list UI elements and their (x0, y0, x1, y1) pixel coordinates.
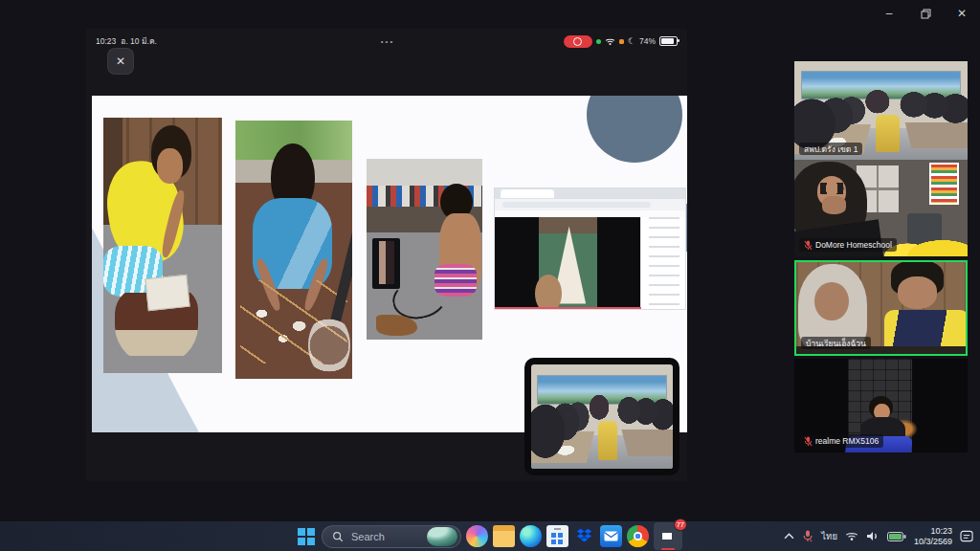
photo-browser-boat-post (494, 187, 686, 310)
participant-tile-family-active-speaker[interactable]: บ้านเรียนเอ็งฉ้วน (794, 260, 968, 356)
close-icon: ✕ (957, 7, 967, 20)
participant-tile-domore[interactable]: DoMore Homeschool (794, 160, 968, 256)
mail-icon[interactable] (600, 525, 622, 547)
start-button[interactable] (298, 528, 315, 545)
participant-name-badge: บ้านเรียนเอ็งฉ้วน (801, 337, 871, 349)
photo-kid-crafting-sticks (235, 121, 352, 379)
participant-tile-meeting-room[interactable]: สพป.ตรัง เขต 1 (794, 61, 968, 160)
restore-icon (921, 9, 931, 19)
hidden-icons-chevron[interactable] (784, 533, 794, 540)
windows-taskbar: 77 ไทย 10:23 10/3/2 (0, 521, 980, 551)
participant-name-badge: realme RMX5106 (799, 434, 883, 448)
microsoft-store-icon[interactable] (546, 525, 568, 547)
active-app-indicator (661, 548, 675, 551)
chrome-icon[interactable] (627, 525, 649, 547)
zoom-app-icon[interactable]: 77 (654, 522, 682, 550)
restore-button[interactable] (915, 4, 936, 23)
more-dots: ••• (96, 37, 679, 46)
pip-meeting-room-video (531, 364, 673, 469)
participant-name: realme RMX5106 (815, 436, 879, 446)
muted-mic-icon (804, 436, 813, 447)
tray-date: 10/3/2569 (914, 537, 952, 547)
muted-mic-icon (804, 240, 813, 251)
share-close-button[interactable]: ✕ (107, 48, 134, 75)
participant-name-badge: สพป.ตรัง เขต 1 (799, 143, 862, 155)
battery-icon (659, 36, 678, 46)
battery-charging-icon[interactable] (887, 532, 906, 541)
participant-name: DoMore Homeschool (815, 240, 892, 250)
photo-kid-with-tablet (367, 159, 482, 340)
participant-name: บ้านเรียนเอ็งฉ้วน (806, 339, 866, 348)
participant-tile-realme[interactable]: realme RMX5106 (794, 359, 968, 452)
zoom-notification-badge: 77 (674, 518, 687, 531)
participant-name-badge: DoMore Homeschool (799, 238, 897, 252)
slide-decor-circle (587, 96, 682, 163)
window-controls: – ✕ (879, 4, 972, 23)
participant-name: สพป.ตรัง เขต 1 (804, 144, 858, 154)
copilot-icon[interactable] (466, 525, 488, 547)
close-button[interactable]: ✕ (951, 4, 972, 23)
language-indicator[interactable]: ไทย (821, 529, 837, 543)
search-input[interactable] (349, 530, 421, 543)
notification-center-icon[interactable] (960, 530, 974, 542)
minimize-button[interactable]: – (879, 4, 900, 23)
edge-browser-icon[interactable] (520, 525, 542, 547)
mic-in-use-icon[interactable] (802, 530, 813, 542)
dropbox-icon[interactable] (573, 525, 595, 547)
search-icon (332, 531, 344, 542)
phone-status-bar: 10:23 อ. 10 มี.ค. ••• ☾ 74% (96, 34, 679, 48)
search-daily-image[interactable] (427, 527, 457, 546)
screen: { "window_controls": { "minimize": "–", … (0, 0, 980, 551)
tray-time: 10:23 (930, 526, 952, 537)
participant-strip: สพป.ตรัง เขต 1 DoMore Homeschool บ้านเรี… (794, 61, 968, 452)
taskbar-search[interactable] (322, 525, 461, 548)
minimize-icon: – (886, 7, 893, 20)
volume-icon[interactable] (866, 531, 880, 541)
file-explorer-icon[interactable] (493, 525, 515, 547)
pip-self-view[interactable] (524, 358, 679, 475)
share-close-icon: ✕ (116, 55, 125, 68)
shared-screen: 10:23 อ. 10 มี.ค. ••• ☾ 74% ✕ (86, 29, 687, 481)
tray-wifi-icon[interactable] (845, 531, 858, 541)
photo-kid-painting-boat (103, 118, 222, 373)
tray-clock[interactable]: 10:23 10/3/2569 (914, 526, 952, 547)
